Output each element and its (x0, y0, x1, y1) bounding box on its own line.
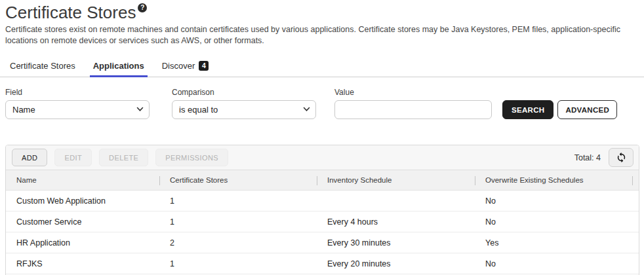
table-row[interactable]: RFJKS 1 Every 20 minutes No (6, 253, 639, 274)
tab-discover[interactable]: Discover 4 (159, 60, 212, 77)
applications-table: Name Certificate Stores Inventory Schedu… (6, 170, 639, 274)
edit-button: EDIT (54, 149, 92, 166)
page-title: Certificate Stores (5, 3, 136, 22)
value-input[interactable] (334, 100, 492, 119)
help-icon[interactable]: ? (138, 3, 147, 12)
applications-panel: ADD EDIT DELETE PERMISSIONS Total: 4 Nam… (5, 145, 639, 275)
column-header-inventory-schedule[interactable]: Inventory Schedule (317, 170, 475, 191)
search-filter-form: Field Name Comparison is equal to Value … (0, 77, 644, 119)
permissions-button: PERMISSIONS (155, 149, 228, 166)
cell-name: RFJKS (6, 253, 159, 274)
page-description: Certificate stores exist on remote machi… (5, 24, 636, 46)
column-header-name[interactable]: Name (6, 170, 159, 191)
cell-name: Custom Web Application (6, 191, 159, 211)
discover-count-badge: 4 (199, 61, 209, 71)
comparison-select[interactable]: is equal to (172, 100, 316, 119)
table-header-row: Name Certificate Stores Inventory Schedu… (6, 170, 639, 191)
add-button[interactable]: ADD (12, 149, 47, 166)
delete-button: DELETE (99, 149, 148, 166)
certificate-stores-page: Certificate Stores ? Certificate stores … (0, 0, 644, 275)
tab-label: Certificate Stores (10, 61, 75, 71)
cell-certificate-stores: 1 (159, 253, 317, 274)
cell-overwrite: No (475, 191, 632, 211)
cell-inventory-schedule (317, 191, 475, 211)
tab-label: Applications (93, 61, 144, 71)
cell-name: HR Application (6, 232, 159, 253)
cell-overwrite: No (475, 253, 632, 274)
table-row[interactable]: Custom Web Application 1 No (6, 191, 639, 211)
tab-applications[interactable]: Applications (90, 60, 148, 77)
cell-overwrite: Yes (475, 232, 632, 253)
refresh-icon (616, 152, 627, 163)
cell-inventory-schedule: Every 30 minutes (317, 232, 475, 253)
cell-certificate-stores: 1 (159, 211, 317, 232)
cell-certificate-stores: 1 (159, 191, 317, 211)
table-row[interactable]: HR Application 2 Every 30 minutes Yes (6, 232, 639, 253)
tab-label: Discover (162, 61, 195, 71)
page-header: Certificate Stores ? Certificate stores … (0, 0, 644, 46)
cell-overwrite: No (475, 211, 632, 232)
cell-certificate-stores: 2 (159, 232, 317, 253)
table-toolbar: ADD EDIT DELETE PERMISSIONS Total: 4 (6, 145, 639, 170)
value-label: Value (334, 88, 492, 97)
column-header-spacer (632, 170, 639, 191)
search-button[interactable]: SEARCH (502, 100, 553, 119)
column-header-overwrite-existing-schedules[interactable]: Overwrite Existing Schedules (475, 170, 632, 191)
field-label: Field (5, 88, 150, 97)
table-row[interactable]: Customer Service 1 Every 4 hours No (6, 211, 639, 232)
column-header-certificate-stores[interactable]: Certificate Stores (159, 170, 317, 191)
refresh-button[interactable] (609, 148, 634, 167)
field-select[interactable]: Name (5, 100, 150, 119)
tab-bar: Certificate Stores Applications Discover… (0, 60, 644, 77)
cell-name: Customer Service (6, 211, 159, 232)
tab-certificate-stores[interactable]: Certificate Stores (7, 60, 79, 77)
cell-inventory-schedule: Every 20 minutes (317, 253, 475, 274)
advanced-button[interactable]: ADVANCED (557, 100, 617, 119)
cell-inventory-schedule: Every 4 hours (317, 211, 475, 232)
comparison-label: Comparison (172, 88, 316, 97)
total-count: Total: 4 (574, 153, 601, 162)
